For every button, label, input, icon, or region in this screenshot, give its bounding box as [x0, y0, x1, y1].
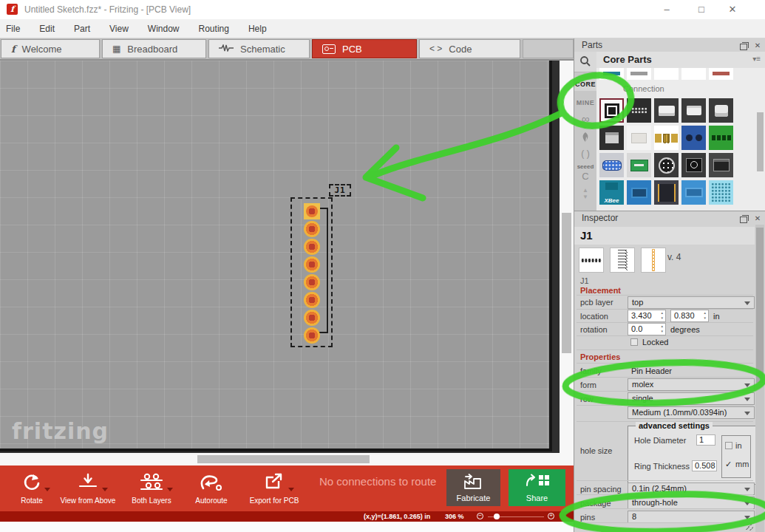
location-x-spinner[interactable]: 3.430 — [628, 310, 666, 322]
bin-tab-goggles-icon[interactable]: ∞ — [574, 112, 596, 125]
view-from-above-dropdown-arrow[interactable] — [102, 488, 108, 494]
pcb-page[interactable]: J1 fritzing — [0, 61, 552, 451]
location-y-spinner[interactable]: 0.830 — [670, 310, 709, 322]
canvas-horizontal-scrollbar[interactable] — [0, 453, 560, 466]
menu-edit[interactable]: Edit — [39, 24, 55, 34]
pcb-canvas[interactable]: J1 fritzing — [0, 61, 574, 466]
rotate-button[interactable]: Rotate — [0, 468, 64, 508]
canvas-vertical-scrollbar[interactable] — [560, 61, 574, 466]
resize-grip[interactable] — [746, 523, 753, 531]
schematic-preview-thumb[interactable] — [610, 248, 635, 273]
autoroute-button[interactable]: Autoroute — [180, 468, 243, 508]
menu-routing[interactable]: Routing — [199, 24, 229, 34]
package-dropdown[interactable]: through-hole — [628, 497, 755, 509]
ring-thickness-input[interactable]: 0.508 — [692, 460, 717, 471]
part-tile-terminal-block-green[interactable] — [709, 126, 733, 150]
pcb-layer-dropdown[interactable]: top — [628, 296, 755, 309]
part-partial-teal[interactable] — [599, 68, 624, 80]
float-panel-icon[interactable] — [740, 44, 747, 50]
part-tile-terminal-block-blue[interactable] — [681, 126, 706, 150]
close-button[interactable]: ✕ — [720, 2, 745, 17]
pcb-thumb-graphic — [651, 249, 656, 271]
inspector-scrollbar[interactable] — [755, 225, 764, 532]
breadboard-preview-thumb[interactable] — [579, 248, 604, 273]
float-panel-icon[interactable] — [740, 216, 747, 223]
menu-help[interactable]: Help — [248, 24, 267, 34]
both-layers-dropdown-arrow[interactable] — [167, 488, 173, 494]
pcb-preview-thumb[interactable] — [641, 248, 666, 273]
part-partial-blank2[interactable] — [681, 68, 706, 80]
share-button[interactable]: Share — [509, 469, 565, 506]
form-dropdown[interactable]: molex — [628, 378, 755, 391]
part-tile-din-connector[interactable] — [654, 153, 679, 177]
part-tile-screw-terminal-dark[interactable] — [599, 126, 624, 150]
part-tile-molex-2pin[interactable] — [627, 126, 651, 150]
menu-file[interactable]: File — [6, 24, 20, 34]
pin-spacing-dropdown[interactable]: 0.1in (2.54mm) — [628, 482, 755, 495]
rotation-spinner[interactable]: 0.0 — [628, 323, 666, 335]
part-partial-red[interactable] — [709, 68, 733, 80]
pins-dropdown[interactable]: 8 — [628, 511, 755, 523]
inspector-scroll-thumb[interactable] — [756, 228, 764, 383]
part-tile-gold-terminal-3[interactable] — [654, 126, 679, 150]
close-panel-icon[interactable]: ✕ — [753, 41, 762, 50]
component-ref-label[interactable]: J1 — [329, 184, 351, 197]
fabricate-button[interactable]: Fabricate — [446, 469, 500, 506]
part-tile-pin-header-selected[interactable] — [599, 98, 624, 123]
view-from-above-button[interactable]: View from Above — [56, 468, 120, 508]
part-tile-db9-connector[interactable] — [599, 153, 624, 177]
maximize-button[interactable]: □ — [689, 2, 714, 17]
tab-schematic[interactable]: Schematic — [208, 39, 310, 58]
part-tile-blue-board-1[interactable] — [627, 180, 651, 205]
menu-window[interactable]: Window — [148, 24, 180, 34]
minimize-button[interactable]: – — [654, 2, 679, 17]
parts-scrollbar-thumb[interactable] — [757, 112, 764, 171]
v-scroll-thumb[interactable] — [562, 213, 571, 353]
hole-diameter-input[interactable]: 1 — [696, 434, 715, 446]
row-dropdown[interactable]: single — [628, 392, 755, 405]
hole-size-dropdown[interactable]: Medium (1.0mm/0.0394in) — [628, 406, 755, 419]
section-label: Connection — [623, 84, 664, 93]
export-dropdown-arrow[interactable] — [288, 488, 294, 494]
close-panel-icon[interactable]: ✕ — [753, 214, 762, 223]
part-tile-pinned-module[interactable] — [654, 180, 679, 205]
part-tile-usb-breakout[interactable] — [627, 153, 651, 177]
part-tile-idc-header[interactable] — [627, 98, 651, 123]
tab-code[interactable]: < > Code — [419, 39, 520, 58]
bin-tab-flame-icon[interactable] — [574, 132, 596, 146]
bin-tab-adafruit-icon[interactable]: ( ) — [574, 149, 596, 159]
pcb-component-j1[interactable] — [290, 197, 333, 347]
bin-menu-icon[interactable]: ▾≡ — [752, 55, 761, 63]
export-for-pcb-button[interactable]: Export for PCB — [242, 468, 306, 508]
both-layers-button[interactable]: Both Layers — [120, 468, 183, 508]
zoom-out-button[interactable]: − — [477, 513, 483, 519]
menu-view[interactable]: View — [109, 24, 129, 34]
menu-part[interactable]: Part — [74, 24, 90, 34]
part-tile-shrouded-header[interactable] — [709, 98, 733, 123]
part-tile-barrel-jack[interactable] — [681, 153, 706, 177]
unit-mm-check[interactable]: ✓ — [725, 460, 732, 469]
part-tile-socket-connector[interactable] — [681, 98, 706, 123]
tab-welcome[interactable]: f Welcome — [1, 39, 100, 58]
bin-tab-seeed[interactable]: seeed — [574, 163, 596, 170]
part-tile-molex-plug[interactable] — [654, 98, 679, 123]
part-tile-dark-connector[interactable] — [709, 153, 733, 177]
bin-tab-core[interactable]: CORE — [574, 78, 596, 91]
search-button[interactable] — [574, 52, 596, 72]
zoom-slider-handle[interactable] — [494, 514, 500, 519]
part-tile-xbee-module[interactable]: XBee — [599, 180, 624, 205]
unit-in-radio[interactable] — [725, 442, 732, 449]
part-tile-pin-grid-board[interactable] — [709, 180, 733, 205]
bin-scroll-arrows[interactable]: ▲▼ — [574, 187, 596, 200]
zoom-in-button[interactable]: + — [548, 513, 554, 519]
rotate-dropdown-arrow[interactable] — [44, 488, 50, 494]
tab-breadboard[interactable]: ▦ Breadboard — [102, 39, 206, 58]
bin-tab-mine[interactable]: MINE — [574, 96, 596, 109]
locked-checkbox[interactable] — [630, 338, 638, 346]
part-partial-text[interactable] — [627, 68, 651, 80]
part-tile-blue-board-2[interactable] — [681, 180, 706, 205]
bin-tab-c-icon[interactable]: C — [574, 171, 596, 182]
tab-pcb[interactable]: PCB — [312, 39, 417, 58]
part-partial-blank1[interactable] — [654, 68, 679, 80]
h-scroll-thumb[interactable] — [197, 455, 370, 463]
